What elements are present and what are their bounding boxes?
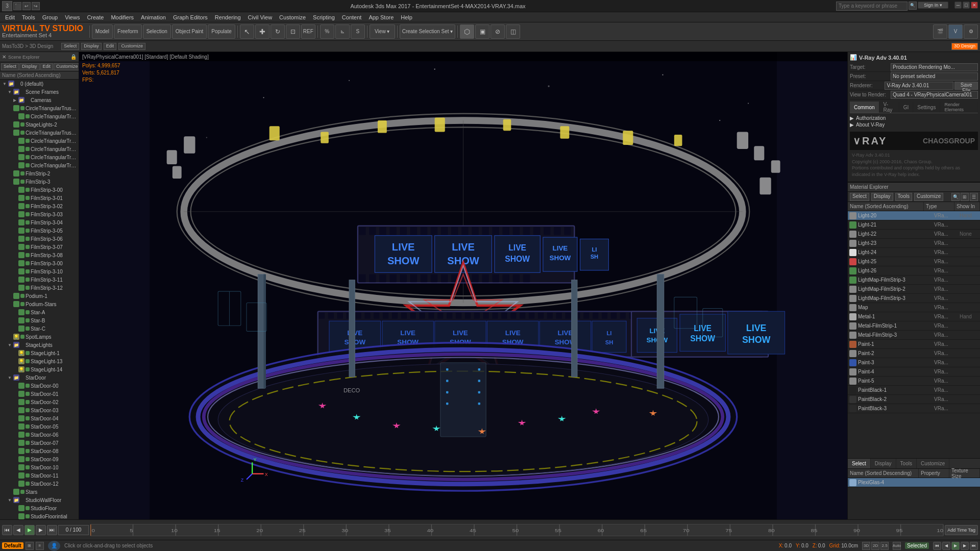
tree-item[interactable]: StarDoor-08 [0, 447, 79, 455]
tree-item[interactable]: FilmStrip-3 [0, 178, 79, 186]
expand-icon[interactable] [12, 261, 17, 266]
expand-icon[interactable] [12, 114, 17, 119]
viewport-canvas[interactable]: LIVE SHOW LIVE SHOW LIVE SHOW LIVE SHOW … [79, 52, 847, 519]
save-file-btn[interactable]: Save File [954, 82, 978, 90]
ref-tool[interactable]: REF [301, 24, 315, 39]
render-btn[interactable]: ⬡ [460, 24, 474, 39]
go-to-start-btn[interactable]: ⏮ [2, 525, 12, 535]
mat-row[interactable]: Light-24VRa... [848, 248, 980, 257]
visibility-icon[interactable] [26, 139, 30, 143]
curve-btn[interactable]: ⊘ [491, 24, 505, 39]
expand-icon[interactable] [7, 293, 12, 298]
visibility-icon[interactable] [26, 318, 30, 322]
expand-icon[interactable] [12, 424, 17, 429]
expand-icon[interactable] [12, 204, 17, 209]
tree-item[interactable]: FilmStrip-3-10 [0, 267, 79, 276]
select-btn[interactable]: Select [61, 43, 79, 50]
mat-list-icon[interactable]: ☰ [970, 193, 978, 201]
tree-item[interactable]: Podium-Stars [0, 300, 79, 308]
mat-row[interactable]: MapVRa... [848, 303, 980, 312]
customize-btn[interactable]: Customize [118, 43, 145, 50]
expand-icon[interactable] [12, 481, 17, 486]
tree-item[interactable]: FilmStrip-3-00 [0, 186, 79, 194]
tree-item[interactable]: StarDoor-06 [0, 431, 79, 439]
visibility-icon[interactable] [20, 302, 24, 306]
tree-item[interactable]: Star-C [0, 324, 79, 333]
mat-row[interactable]: Paint-1VRa... [848, 340, 980, 349]
visibility-icon[interactable] [26, 196, 30, 200]
3d-design-btn[interactable]: 3D Design [951, 43, 978, 50]
bottom-customize-tab[interactable]: Customize [917, 459, 949, 468]
expand-icon[interactable] [7, 171, 12, 176]
visibility-icon[interactable] [26, 155, 30, 159]
visibility-icon[interactable] [26, 269, 30, 273]
vray-tab-common[interactable]: Common [850, 102, 879, 113]
right-prev-btn[interactable]: ⏮ [933, 542, 941, 550]
display-btn[interactable]: Display [81, 43, 102, 50]
maximize-button[interactable]: □ [963, 2, 970, 9]
visibility-icon[interactable] [26, 286, 30, 290]
tree-item[interactable]: Star-B [0, 316, 79, 324]
menu-civil-view[interactable]: Civil View [245, 12, 275, 22]
visibility-icon[interactable] [26, 98, 30, 102]
bottom-display-tab[interactable]: Display [871, 459, 896, 468]
tree-item[interactable]: ▶📁Cameras [0, 96, 79, 104]
visibility-icon[interactable] [26, 220, 30, 224]
visibility-icon[interactable] [26, 473, 30, 478]
expand-icon[interactable] [12, 163, 17, 168]
timeline-track[interactable]: 0 5 10 15 20 25 30 35 40 45 50 55 60 65 … [90, 524, 944, 536]
visibility-icon[interactable] [20, 180, 24, 184]
tree-item[interactable]: CircleTriangularTruss-1000cm-03 [0, 161, 79, 169]
panel-lock-icon[interactable]: 🔒 [70, 54, 77, 60]
right-play-btn[interactable]: ▶ [951, 542, 960, 550]
vray-render-btn[interactable]: V [948, 24, 963, 39]
visibility-icon[interactable] [20, 490, 24, 494]
vray-tab-render-elements[interactable]: Render Elements [940, 102, 978, 113]
mat-list[interactable]: Light-20VRa...HandLight-21VRa...Light-22… [848, 211, 980, 458]
visibility-icon[interactable] [26, 400, 30, 404]
toolbar-tab-selection[interactable]: Selection [143, 24, 171, 39]
visibility-icon[interactable] [26, 351, 30, 355]
expand-icon[interactable] [7, 106, 12, 111]
tree-item[interactable]: FilmStrip-3-06 [0, 235, 79, 243]
expand-icon[interactable]: ▼ [7, 497, 12, 503]
minimize-button[interactable]: ─ [954, 2, 962, 9]
visibility-icon[interactable] [26, 278, 30, 282]
bottom-tools-tab[interactable]: Tools [896, 459, 917, 468]
tree-item[interactable]: FilmStrip-3-03 [0, 210, 79, 218]
bottom-select-tab[interactable]: Select [848, 459, 871, 468]
expand-icon[interactable] [12, 465, 17, 470]
visibility-icon[interactable] [26, 188, 30, 192]
edit-btn[interactable]: Edit [104, 43, 117, 50]
render-frame-btn[interactable]: 🎬 [933, 24, 947, 39]
expand-icon[interactable] [12, 187, 17, 192]
tree-item[interactable]: ▼📁StarDoor [0, 373, 79, 382]
tree-item[interactable]: StudioFloor [0, 504, 79, 512]
expand-icon[interactable] [12, 195, 17, 201]
expand-icon[interactable] [12, 138, 17, 143]
expand-icon[interactable] [12, 514, 17, 519]
vray-tab-settings[interactable]: Settings [913, 102, 940, 113]
expand-icon[interactable] [12, 146, 17, 152]
menu-edit[interactable]: Edit [2, 12, 18, 22]
expand-icon[interactable] [12, 212, 17, 217]
expand-icon[interactable] [12, 367, 17, 372]
percent-snap[interactable]: % [320, 24, 334, 39]
visibility-icon[interactable] [26, 457, 30, 461]
expand-icon[interactable] [12, 326, 17, 331]
tree-item[interactable]: ▼📁Scene Frames [0, 88, 79, 96]
expand-icon[interactable] [12, 310, 17, 315]
visibility-icon[interactable] [26, 114, 30, 118]
visibility-icon[interactable] [26, 482, 30, 486]
tree-item[interactable]: CircleTriangularTruss-1000cm-00 [0, 137, 79, 145]
right-next-btn[interactable]: ⏭ [970, 542, 978, 550]
tree-select-btn[interactable]: Select [1, 63, 19, 70]
toolbar-tab-object-paint[interactable]: Object Paint [172, 24, 207, 39]
tree-item[interactable]: StudioFloorintial [0, 512, 79, 519]
tree-item[interactable]: 💡StageLight-13 [0, 357, 79, 365]
mat-row[interactable]: PaintBlack-3VRa... [848, 404, 980, 413]
visibility-icon[interactable] [26, 212, 30, 216]
create-selection-set[interactable]: Create Selection Set ▾ [400, 24, 456, 39]
visibility-icon[interactable] [20, 375, 24, 380]
tree-item[interactable]: Star-A [0, 308, 79, 316]
